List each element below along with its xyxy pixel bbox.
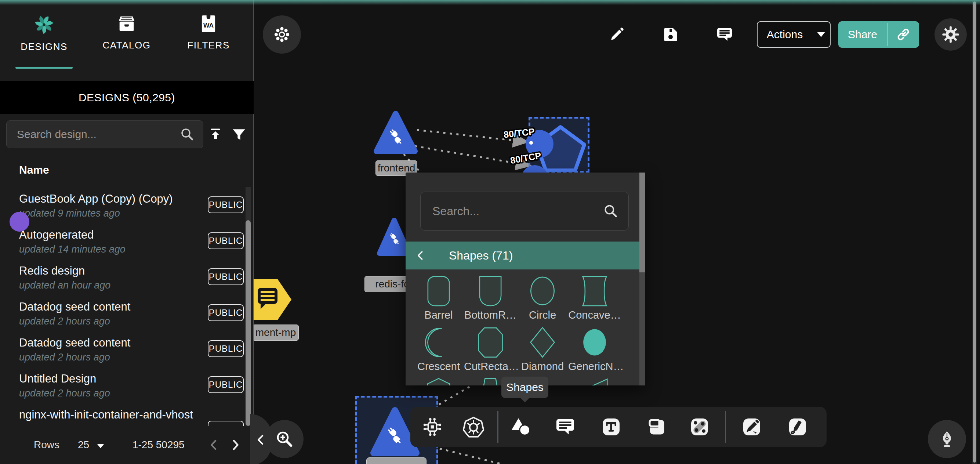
shapes-search-box[interactable] xyxy=(420,191,629,231)
design-list-item[interactable]: Datadog seed content updated 2 hours ago… xyxy=(0,295,254,331)
svg-text:WA: WA xyxy=(203,22,214,29)
design-list: GuestBook App (Copy) (Copy) updated 9 mi… xyxy=(0,187,254,439)
heptagon-shape-icon xyxy=(420,376,457,386)
design-list-item[interactable]: GuestBook App (Copy) (Copy) updated 9 mi… xyxy=(0,187,254,223)
settings-button[interactable] xyxy=(934,18,967,51)
shape-item-bottomround[interactable]: BottomR… xyxy=(472,274,509,309)
shape-item-genericnode[interactable]: GenericN… xyxy=(576,326,613,360)
service-node-frontend[interactable] xyxy=(373,110,418,155)
shapes-grid: Barrel BottomR… Circle Concave… xyxy=(406,269,640,386)
design-list-item[interactable]: Datadog seed content updated 2 hours ago… xyxy=(0,331,254,367)
chip-icon xyxy=(421,416,444,438)
designs-count-header: DESIGNS (50,295) xyxy=(0,81,254,114)
wasm-filter-icon: WA xyxy=(198,13,219,35)
toolbar-divider xyxy=(497,411,498,443)
diamond-shape-icon xyxy=(524,326,561,359)
pagination-bar: Rows 25 1-25 50295 xyxy=(0,426,254,464)
visibility-badge: PUBLIC xyxy=(208,268,244,285)
pen-tool-button[interactable] xyxy=(737,412,767,442)
chevron-left-icon xyxy=(415,250,426,261)
pagination-range: 1-25 50295 xyxy=(132,439,185,451)
shapes-search-input[interactable] xyxy=(432,204,603,218)
shape-item-diamond[interactable]: Diamond xyxy=(524,326,561,360)
design-search-input[interactable] xyxy=(16,128,180,141)
link-tool-button[interactable] xyxy=(684,412,714,442)
righttrapezoid-shape-icon xyxy=(576,376,613,386)
funnel-icon xyxy=(231,127,247,143)
shapes-icon xyxy=(509,415,533,438)
canvas-toolbar xyxy=(410,407,827,447)
search-icon xyxy=(603,203,619,219)
share-label[interactable]: Share xyxy=(838,21,887,48)
previous-page-button[interactable] xyxy=(207,438,221,452)
text-icon xyxy=(600,416,622,438)
upload-icon xyxy=(207,127,224,143)
tab-filters[interactable]: WA FILTERS xyxy=(173,13,243,68)
rows-per-page-label: Rows xyxy=(34,439,59,451)
publish-design-button[interactable] xyxy=(207,126,224,143)
note-tool-button[interactable] xyxy=(642,412,672,442)
tab-catalog-label: CATALOG xyxy=(103,40,151,51)
copy-link-button[interactable] xyxy=(888,21,919,48)
actions-dropdown-toggle[interactable] xyxy=(812,22,830,47)
comment-icon xyxy=(554,416,576,438)
pen-mode-button[interactable] xyxy=(928,420,966,458)
share-split-button[interactable]: Share xyxy=(838,21,919,48)
designs-sidebar: DESIGNS CATALOG WA FILTERS DESIGNS (50,2… xyxy=(0,0,254,464)
actions-label[interactable]: Actions xyxy=(757,22,812,47)
design-search-box[interactable] xyxy=(6,120,203,148)
meshery-logo-icon xyxy=(33,13,56,36)
comment-icon xyxy=(715,26,734,44)
shape-item-cutrectangle[interactable]: CutRecta… xyxy=(472,326,509,360)
tab-designs[interactable]: DESIGNS xyxy=(9,13,79,68)
gear-icon xyxy=(941,25,960,44)
dock-toggle-button[interactable] xyxy=(263,16,301,54)
barrel-shape-icon xyxy=(420,274,457,308)
name-column-header: Name xyxy=(19,164,49,176)
panel-scrollbar-thumb[interactable] xyxy=(640,172,645,273)
shape-item-partial[interactable] xyxy=(576,376,613,386)
save-icon xyxy=(662,26,679,43)
circle-shape-icon xyxy=(524,274,561,308)
pentagon-port-dot xyxy=(529,141,533,145)
chevron-left-icon xyxy=(255,434,267,446)
pen-tool-icon xyxy=(741,416,763,438)
shape-item-circle[interactable]: Circle xyxy=(524,274,561,309)
shape-item-partial[interactable] xyxy=(420,376,457,386)
chevron-down-icon xyxy=(817,32,825,37)
catalog-archive-icon xyxy=(116,13,137,35)
shape-item-crescent[interactable]: Crescent xyxy=(420,326,457,360)
design-list-item[interactable]: Redis design updated an hour ago PUBLIC xyxy=(0,259,254,295)
comments-button[interactable] xyxy=(714,24,735,45)
shapes-tool-button[interactable] xyxy=(506,412,536,442)
sticky-note-icon xyxy=(646,416,668,438)
design-list-item[interactable]: Untitled Design updated 2 hours ago PUBL… xyxy=(0,367,254,403)
active-tab-indicator xyxy=(16,67,73,69)
shape-item-barrel[interactable]: Barrel xyxy=(420,274,457,309)
next-page-button[interactable] xyxy=(228,438,243,452)
filter-designs-button[interactable] xyxy=(231,126,247,143)
kubernetes-tool-button[interactable] xyxy=(458,412,488,442)
shapes-category-header[interactable]: Shapes (71) xyxy=(406,242,640,269)
shape-item-concave[interactable]: Concave… xyxy=(576,274,613,309)
node-label-truncated xyxy=(366,458,426,464)
pen-nib-icon xyxy=(937,429,957,449)
comment-tool-button[interactable] xyxy=(550,412,580,442)
concave-shape-icon xyxy=(576,274,613,308)
save-button[interactable] xyxy=(660,24,681,45)
actions-split-button[interactable]: Actions xyxy=(757,21,830,48)
shapes-tooltip-label: Shapes xyxy=(506,381,544,394)
comment-node[interactable] xyxy=(252,277,293,322)
node-label-comment: ment-mp xyxy=(253,325,299,341)
components-tool-button[interactable] xyxy=(417,412,447,442)
visibility-badge: PUBLIC xyxy=(208,196,244,213)
text-tool-button[interactable] xyxy=(596,412,626,442)
list-scrollbar-thumb[interactable] xyxy=(245,220,251,426)
freehand-tool-button[interactable] xyxy=(783,412,813,442)
design-list-item[interactable]: Autogenerated updated 14 minutes ago PUB… xyxy=(0,223,254,259)
edit-button[interactable] xyxy=(606,24,627,45)
rows-per-page-select[interactable]: 25 xyxy=(78,439,104,451)
visibility-badge: PUBLIC xyxy=(208,340,244,357)
window-scrollbar-thumb[interactable] xyxy=(973,2,976,462)
tab-catalog[interactable]: CATALOG xyxy=(92,13,162,68)
